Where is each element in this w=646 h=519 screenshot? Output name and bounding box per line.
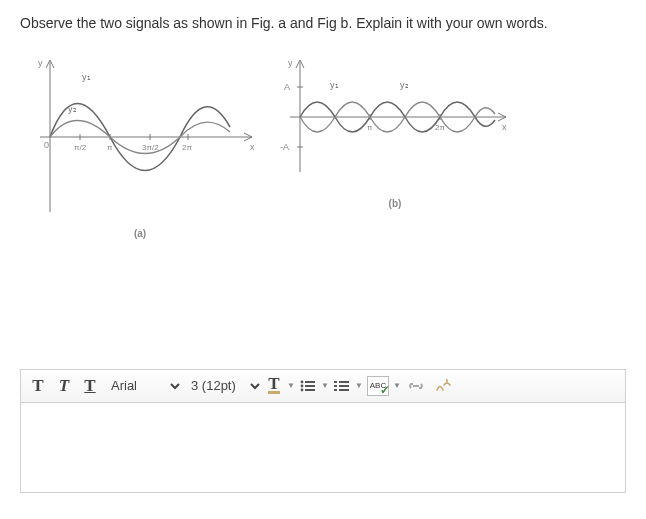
font-size-select[interactable]: 3 (12pt) (183, 372, 263, 400)
spellcheck-split[interactable]: ABC ✓ ▼ (365, 372, 403, 400)
figure-b: y x A -A y₁ y₂ π 2π (b) (270, 52, 520, 209)
svg-rect-40 (339, 389, 349, 391)
svg-text:3π/2: 3π/2 (142, 143, 159, 152)
link-button[interactable] (403, 372, 429, 400)
bold-button[interactable]: T (25, 372, 51, 400)
answer-editor[interactable] (20, 403, 626, 493)
bullet-list-split[interactable]: ▼ (297, 372, 331, 400)
svg-text:y₂: y₂ (68, 104, 77, 114)
svg-text:y: y (288, 58, 293, 68)
italic-button[interactable]: T (51, 372, 77, 400)
svg-rect-35 (334, 381, 337, 383)
svg-text:y₁: y₁ (82, 72, 91, 82)
svg-text:π: π (367, 123, 373, 132)
clear-format-icon (434, 379, 452, 393)
svg-text:y: y (38, 58, 43, 68)
svg-text:0: 0 (44, 140, 49, 150)
text-color-icon: T (268, 377, 279, 394)
svg-text:-A: -A (280, 142, 289, 152)
editor-toolbar: T T T Arial 3 (12pt) T ▼ ▼ (20, 369, 626, 403)
svg-point-33 (301, 388, 304, 391)
svg-rect-30 (305, 381, 315, 383)
figure-b-svg: y x A -A y₁ y₂ π 2π (270, 52, 520, 192)
number-list-split[interactable]: ▼ (331, 372, 365, 400)
svg-text:y₁: y₁ (330, 80, 339, 90)
svg-rect-37 (334, 385, 337, 387)
svg-rect-34 (305, 389, 315, 391)
svg-text:π/2: π/2 (74, 143, 87, 152)
svg-rect-36 (339, 381, 349, 383)
svg-text:x: x (502, 122, 507, 132)
font-family-select[interactable]: Arial (103, 372, 183, 400)
number-list-icon (334, 379, 350, 393)
underline-button[interactable]: T (77, 372, 103, 400)
bullet-list-icon (300, 379, 316, 393)
svg-text:A: A (284, 82, 290, 92)
chevron-down-icon[interactable]: ▼ (319, 372, 331, 400)
chevron-down-icon[interactable]: ▼ (285, 372, 297, 400)
figure-b-caption: (b) (389, 198, 402, 209)
svg-text:π: π (107, 143, 113, 152)
question-text: Observe the two signals as shown in Fig.… (20, 14, 626, 34)
svg-point-29 (301, 380, 304, 383)
svg-point-31 (301, 384, 304, 387)
figure-a-svg: y x 0 π/2 π 3π/2 2π y₁ y₂ (20, 52, 260, 222)
figure-a-caption: (a) (134, 228, 146, 239)
svg-rect-32 (305, 385, 315, 387)
chevron-down-icon[interactable]: ▼ (391, 372, 403, 400)
svg-text:2π: 2π (182, 143, 192, 152)
clear-format-button[interactable] (429, 372, 457, 400)
figures-container: y x 0 π/2 π 3π/2 2π y₁ y₂ (a) (20, 52, 626, 239)
link-icon (408, 379, 424, 393)
svg-text:2π: 2π (435, 123, 445, 132)
svg-text:x: x (250, 142, 255, 152)
spellcheck-icon: ABC ✓ (367, 376, 389, 396)
text-color-split[interactable]: T ▼ (263, 372, 297, 400)
svg-text:y₂: y₂ (400, 80, 409, 90)
svg-rect-39 (334, 389, 337, 391)
svg-rect-38 (339, 385, 349, 387)
chevron-down-icon[interactable]: ▼ (353, 372, 365, 400)
figure-a: y x 0 π/2 π 3π/2 2π y₁ y₂ (a) (20, 52, 260, 239)
